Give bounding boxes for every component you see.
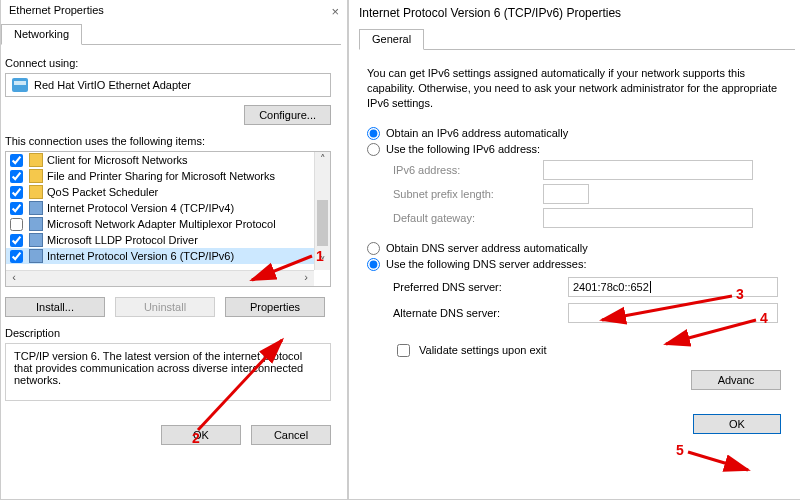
radio-obtain-ipv6-auto-label: Obtain an IPv6 address automatically — [386, 127, 568, 139]
adapter-name: Red Hat VirtIO Ethernet Adapter — [34, 79, 191, 91]
protocol-icon — [29, 233, 43, 247]
advanced-button[interactable]: Advanc — [691, 370, 781, 390]
radio-use-dns-addresses[interactable] — [367, 258, 380, 271]
item-checkbox[interactable] — [10, 234, 23, 247]
subnet-prefix-input — [543, 184, 589, 204]
ethernet-tabstrip: Networking — [1, 23, 341, 45]
ipv6-ok-button[interactable]: OK — [693, 414, 781, 434]
item-label: Microsoft LLDP Protocol Driver — [47, 234, 198, 246]
item-label: Internet Protocol Version 6 (TCP/IPv6) — [47, 250, 234, 262]
list-item[interactable]: Client for Microsoft Networks — [6, 152, 314, 168]
list-item[interactable]: Microsoft LLDP Protocol Driver — [6, 232, 314, 248]
radio-obtain-ipv6-auto[interactable] — [367, 127, 380, 140]
ipv6-address-group: IPv6 address: Subnet prefix length: Defa… — [393, 160, 789, 228]
ethernet-ok-button[interactable]: OK — [161, 425, 241, 445]
radio-obtain-dns-auto[interactable] — [367, 242, 380, 255]
item-checkbox[interactable] — [10, 186, 23, 199]
ipv6-intro-text: You can get IPv6 settings assigned autom… — [367, 66, 789, 111]
adapter-field: Red Hat VirtIO Ethernet Adapter — [5, 73, 331, 97]
horizontal-scrollbar[interactable]: ‹ › — [6, 270, 314, 286]
list-item[interactable]: Internet Protocol Version 6 (TCP/IPv6) — [6, 248, 314, 264]
text-caret-icon — [650, 281, 651, 293]
item-checkbox[interactable] — [10, 218, 23, 231]
protocol-icon — [29, 185, 43, 199]
ipv6-properties-window: Internet Protocol Version 6 (TCP/IPv6) P… — [348, 0, 800, 500]
connection-items-list: Client for Microsoft NetworksFile and Pr… — [5, 151, 331, 287]
protocol-icon — [29, 217, 43, 231]
ipv6-tabstrip: General — [359, 28, 795, 50]
ipv6-address-input — [543, 160, 753, 180]
protocol-icon — [29, 169, 43, 183]
alternate-dns-input[interactable] — [568, 303, 778, 323]
scroll-left-icon[interactable]: ‹ — [6, 271, 22, 286]
preferred-dns-value: 2401:78c0::652 — [573, 281, 649, 293]
description-heading: Description — [5, 327, 337, 339]
ethernet-properties-window: Ethernet Properties × Networking Connect… — [0, 0, 348, 500]
item-checkbox[interactable] — [10, 170, 23, 183]
preferred-dns-input[interactable]: 2401:78c0::652 — [568, 277, 778, 297]
connect-using-label: Connect using: — [5, 57, 337, 69]
item-label: Microsoft Network Adapter Multiplexor Pr… — [47, 218, 276, 230]
radio-use-dns-addresses-label: Use the following DNS server addresses: — [386, 258, 587, 270]
properties-button[interactable]: Properties — [225, 297, 325, 317]
item-checkbox[interactable] — [10, 154, 23, 167]
tab-networking[interactable]: Networking — [1, 24, 82, 45]
list-item[interactable]: Microsoft Network Adapter Multiplexor Pr… — [6, 216, 314, 232]
scroll-down-icon[interactable]: ˅ — [315, 254, 330, 270]
alternate-dns-label: Alternate DNS server: — [393, 307, 568, 319]
install-button[interactable]: Install... — [5, 297, 105, 317]
uninstall-button: Uninstall — [115, 297, 215, 317]
configure-button[interactable]: Configure... — [244, 105, 331, 125]
item-label: Client for Microsoft Networks — [47, 154, 188, 166]
description-text: TCP/IP version 6. The latest version of … — [5, 343, 331, 401]
protocol-icon — [29, 249, 43, 263]
validate-settings-label: Validate settings upon exit — [419, 344, 547, 356]
radio-obtain-dns-auto-label: Obtain DNS server address automatically — [386, 242, 588, 254]
scroll-up-icon[interactable]: ˄ — [315, 152, 330, 168]
protocol-icon — [29, 201, 43, 215]
ethernet-window-title: Ethernet Properties — [9, 4, 104, 19]
ipv6-address-label: IPv6 address: — [393, 164, 543, 176]
preferred-dns-label: Preferred DNS server: — [393, 281, 568, 293]
item-checkbox[interactable] — [10, 250, 23, 263]
item-label: Internet Protocol Version 4 (TCP/IPv4) — [47, 202, 234, 214]
item-label: QoS Packet Scheduler — [47, 186, 158, 198]
item-checkbox[interactable] — [10, 202, 23, 215]
validate-settings-checkbox[interactable] — [397, 344, 410, 357]
default-gateway-label: Default gateway: — [393, 212, 543, 224]
ethernet-cancel-button[interactable]: Cancel — [251, 425, 331, 445]
radio-use-ipv6-address-label: Use the following IPv6 address: — [386, 143, 540, 155]
list-item[interactable]: Internet Protocol Version 4 (TCP/IPv4) — [6, 200, 314, 216]
list-item[interactable]: File and Printer Sharing for Microsoft N… — [6, 168, 314, 184]
network-adapter-icon — [12, 78, 28, 92]
default-gateway-input — [543, 208, 753, 228]
radio-use-ipv6-address[interactable] — [367, 143, 380, 156]
protocol-icon — [29, 153, 43, 167]
close-icon[interactable]: × — [331, 4, 339, 19]
scroll-right-icon[interactable]: › — [298, 271, 314, 286]
vertical-scrollbar[interactable]: ˄ ˅ — [314, 152, 330, 270]
ipv6-window-title: Internet Protocol Version 6 (TCP/IPv6) P… — [349, 0, 800, 24]
list-item[interactable]: QoS Packet Scheduler — [6, 184, 314, 200]
scroll-thumb[interactable] — [317, 200, 328, 246]
subnet-prefix-label: Subnet prefix length: — [393, 188, 543, 200]
items-label: This connection uses the following items… — [5, 135, 337, 147]
tab-general[interactable]: General — [359, 29, 424, 50]
item-label: File and Printer Sharing for Microsoft N… — [47, 170, 275, 182]
